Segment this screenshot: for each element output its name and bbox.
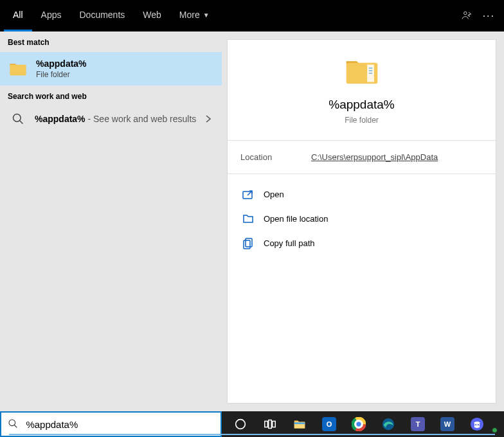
svg-point-14 [236, 420, 246, 429]
action-copy-path[interactable]: Copy full path [233, 231, 491, 255]
tab-web[interactable]: Web [134, 0, 170, 31]
tab-more[interactable]: More ▼ [170, 0, 219, 31]
svg-point-29 [478, 424, 479, 425]
search-filter-tabs: All Apps Documents Web More ▼ ··· [0, 0, 504, 31]
detail-title: %appdata% [328, 98, 394, 112]
detail-subtitle: File folder [345, 116, 379, 125]
options-icon[interactable]: ··· [478, 10, 500, 22]
svg-rect-11 [244, 240, 250, 249]
best-match-title: %appdata% [36, 58, 87, 69]
svg-rect-1 [10, 65, 26, 76]
folder-icon [9, 61, 27, 76]
svg-rect-15 [265, 421, 268, 427]
detail-location-row: Location C:\Users\erpsupport_sipl\AppDat… [228, 140, 496, 174]
results-column: Best match %appdata% File folder Search … [0, 31, 222, 411]
svg-point-2 [14, 114, 21, 122]
chevron-down-icon: ▼ [203, 12, 210, 19]
web-result-suffix: - See work and web results [86, 114, 197, 124]
location-label: Location [240, 152, 311, 162]
svg-rect-10 [246, 238, 252, 247]
taskbar-cortana[interactable] [226, 411, 255, 437]
svg-rect-17 [273, 421, 276, 427]
tab-apps[interactable]: Apps [32, 0, 71, 31]
copy-icon [242, 237, 255, 249]
svg-point-0 [464, 12, 467, 15]
detail-panel: %appdata% File folder Location C:\Users\… [227, 39, 496, 404]
svg-rect-19 [294, 422, 305, 424]
best-match-subtitle: File folder [36, 70, 87, 79]
taskbar-discord[interactable] [462, 411, 492, 437]
taskbar-edge[interactable] [374, 411, 403, 437]
action-open-location-label: Open file location [264, 214, 328, 224]
web-section-header: Search work and web [0, 85, 222, 106]
web-result-text: %appdata% - See work and web results [35, 114, 196, 124]
web-result[interactable]: %appdata% - See work and web results [0, 106, 222, 132]
taskbar-teams[interactable]: T [403, 411, 433, 437]
svg-line-13 [14, 425, 17, 427]
svg-rect-16 [269, 420, 272, 429]
svg-line-3 [20, 121, 23, 124]
action-open-label: Open [264, 190, 284, 199]
tab-all[interactable]: All [4, 0, 32, 31]
taskbar-taskview[interactable] [255, 411, 285, 437]
svg-point-28 [475, 424, 476, 425]
best-match-result[interactable]: %appdata% File folder [0, 52, 222, 85]
search-icon [8, 418, 18, 430]
status-available-icon [492, 427, 498, 433]
chevron-right-icon [205, 114, 212, 123]
open-icon [242, 188, 255, 200]
svg-point-12 [9, 420, 15, 426]
location-value[interactable]: C:\Users\erpsupport_sipl\AppData [311, 152, 438, 162]
web-result-query: %appdata% [35, 114, 86, 124]
taskbar: O T W [222, 411, 504, 437]
bottom-bar: O T W [0, 411, 504, 437]
action-open-location[interactable]: Open file location [233, 206, 491, 231]
action-copy-path-label: Copy full path [264, 238, 315, 248]
best-match-header: Best match [0, 31, 222, 52]
taskbar-chrome[interactable] [344, 411, 374, 437]
taskbar-file-explorer[interactable] [285, 411, 314, 437]
taskbar-word[interactable]: W [433, 411, 462, 437]
tab-more-label: More [179, 10, 200, 20]
tab-documents[interactable]: Documents [70, 0, 134, 31]
feedback-icon[interactable] [456, 5, 478, 27]
search-box[interactable] [0, 411, 222, 437]
search-icon [12, 112, 24, 125]
folder-open-icon [242, 213, 255, 224]
search-input[interactable] [26, 419, 214, 430]
taskbar-outlook[interactable]: O [314, 411, 344, 437]
action-open[interactable]: Open [233, 182, 491, 206]
folder-icon [345, 55, 379, 86]
